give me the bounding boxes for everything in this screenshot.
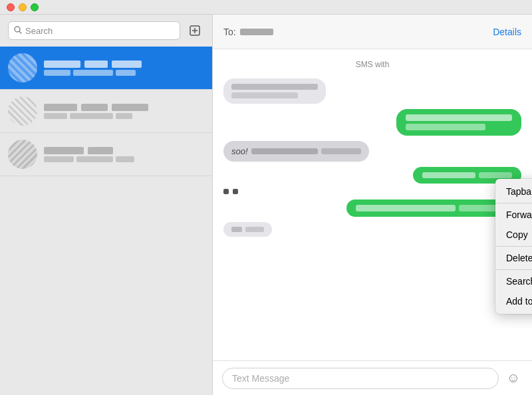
bubble-content <box>422 172 512 178</box>
bubble-content <box>406 114 512 130</box>
message-input[interactable]: Text Message <box>222 368 499 389</box>
message-row <box>223 167 521 184</box>
to-label: To: <box>223 27 236 37</box>
blurred-text <box>356 205 456 211</box>
conv-info <box>44 147 204 162</box>
conv-preview <box>44 113 204 119</box>
message-row <box>223 189 521 194</box>
recipient-name <box>240 29 273 35</box>
compose-button[interactable] <box>186 21 204 40</box>
chat-header: To: Details <box>213 15 532 49</box>
compose-icon <box>189 25 201 37</box>
title-bar <box>0 0 532 15</box>
message-row <box>223 199 521 217</box>
search-icon <box>14 26 22 36</box>
context-menu-separator <box>495 203 532 203</box>
message-bubble <box>223 189 238 194</box>
message-bubble <box>223 222 272 237</box>
context-menu-separator <box>495 246 532 247</box>
context-menu-forward[interactable]: Forward... <box>495 205 532 225</box>
context-menu-copy[interactable]: Copy <box>495 225 532 245</box>
context-menu-add-itunes[interactable]: Add to iTunes as a Spoken Track <box>495 291 532 311</box>
message-bubble <box>396 109 521 136</box>
blurred-text <box>245 227 264 232</box>
context-target-bubble[interactable]: soo! <box>223 141 369 162</box>
avatar <box>8 53 37 82</box>
context-menu-delete[interactable]: Delete... <box>495 248 532 268</box>
sidebar: Search <box>0 15 213 395</box>
blurred-text <box>233 189 238 194</box>
bubble-content <box>356 205 512 211</box>
avatar <box>8 96 37 126</box>
conversation-item[interactable] <box>0 90 212 133</box>
context-menu-search-google[interactable]: Search With Google <box>495 271 532 291</box>
conversation-list <box>0 47 212 395</box>
message-row <box>223 78 521 104</box>
conversation-item[interactable] <box>0 47 212 90</box>
emoji-button[interactable]: ☺ <box>504 369 523 388</box>
conv-preview <box>44 70 204 76</box>
message-row <box>223 222 521 237</box>
maximize-button[interactable] <box>31 3 39 11</box>
blurred-text <box>231 92 298 98</box>
chat-input-area: Text Message ☺ <box>213 360 532 395</box>
blurred-text <box>479 172 512 178</box>
bubble-content <box>231 84 318 98</box>
conv-info <box>44 104 204 119</box>
sidebar-header: Search <box>0 15 212 47</box>
message-bubble <box>223 78 326 104</box>
conversation-item[interactable] <box>0 133 212 176</box>
context-menu: Tapback... Forward... Copy Delete... Sea… <box>495 179 532 314</box>
blurred-text <box>321 148 361 154</box>
bubble-content: soo! <box>231 146 361 156</box>
conv-name <box>44 147 204 154</box>
conv-name <box>44 61 204 68</box>
traffic-lights <box>7 3 39 11</box>
blurred-text <box>422 172 475 178</box>
messages-area: SMS with <box>213 49 532 360</box>
sms-label: SMS with <box>223 60 521 69</box>
blurred-text <box>406 124 485 130</box>
conv-info <box>44 61 204 76</box>
blurred-text <box>223 189 229 194</box>
svg-line-1 <box>19 31 21 33</box>
blurred-text <box>231 84 318 90</box>
blurred-text <box>406 114 512 121</box>
app-container: Search <box>0 15 532 395</box>
blurred-text <box>231 227 242 232</box>
input-placeholder: Text Message <box>232 373 289 384</box>
search-bar[interactable]: Search <box>8 21 180 40</box>
message-row <box>223 109 521 136</box>
conv-name <box>44 104 204 111</box>
minimize-button[interactable] <box>19 3 27 11</box>
conv-preview <box>44 156 204 162</box>
avatar <box>8 140 37 169</box>
details-button[interactable]: Details <box>493 27 521 37</box>
context-menu-tapback[interactable]: Tapback... <box>495 182 532 201</box>
bubble-prefix: soo! <box>231 146 248 156</box>
context-menu-separator <box>495 269 532 270</box>
close-button[interactable] <box>7 3 15 11</box>
message-row: soo! <box>223 141 521 162</box>
chat-area: To: Details SMS with <box>213 15 532 395</box>
blurred-text <box>251 148 318 154</box>
search-placeholder: Search <box>25 26 53 36</box>
